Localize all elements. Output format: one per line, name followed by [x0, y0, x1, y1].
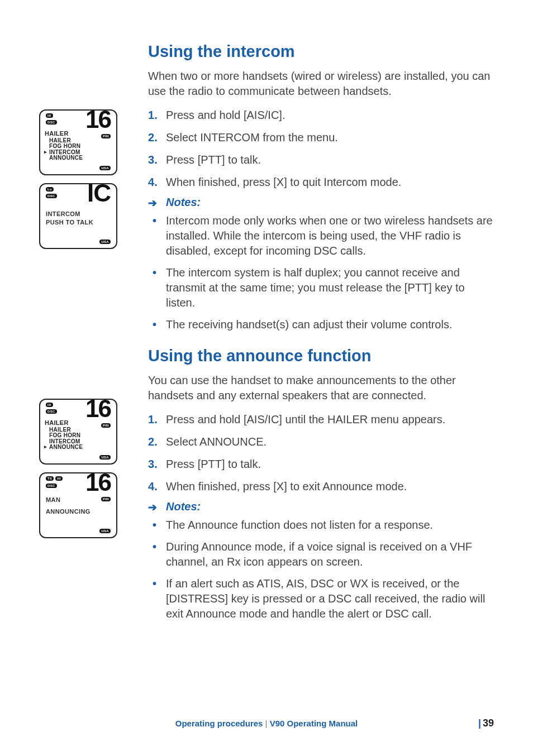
step-item: Select ANNOUNCE.: [148, 433, 494, 450]
lcd-status-text: MAN ANNOUNCING: [46, 496, 91, 516]
heading-using-intercom: Using the intercom: [148, 42, 494, 61]
arrow-right-icon: ➔: [148, 197, 157, 209]
intercom-notes: Intercom mode only works when one or two…: [148, 213, 494, 332]
channel-number: 16: [85, 399, 111, 421]
indicator-usa: USA: [99, 455, 111, 460]
intro-paragraph: When two or more handsets (wired or wire…: [148, 69, 494, 99]
mode-label: IC: [87, 183, 111, 205]
step-item: When finished, press [X] to exit Announc…: [148, 478, 494, 495]
step-item: Press [PTT] to talk.: [148, 151, 494, 168]
indicator-hi: HI: [46, 113, 53, 118]
indicator-lo: Lo: [46, 187, 54, 192]
lcd-screen-intercom-ptt: Lo DSC IC USA INTERCOM PUSH TO TALK: [39, 183, 117, 249]
intercom-steps: Press and hold [AIS/IC]. Select INTERCOM…: [148, 107, 494, 190]
lcd-screen-hailer-intercom: HI DSC 16 PRI USA HAILER HAILER FOG HORN…: [39, 109, 117, 175]
note-item: Intercom mode only works when one or two…: [148, 213, 494, 259]
step-item: Press [PTT] to talk.: [148, 456, 494, 472]
indicator-usa: USA: [99, 240, 111, 244]
footer-breadcrumb: Operating procedures | V90 Operating Man…: [153, 719, 380, 728]
note-item: The Announce function does not listen fo…: [148, 518, 494, 533]
heading-using-announce: Using the announce function: [148, 347, 494, 365]
indicator-dsc: DSC: [46, 194, 57, 198]
lcd-screen-announcing: TX HI DSC 16 PRI USA MAN ANNOUNCING: [39, 472, 117, 538]
announce-steps: Press and hold [AIS/IC] until the HAILER…: [148, 411, 494, 495]
indicator-hi: HI: [55, 476, 63, 481]
indicator-usa: USA: [99, 166, 111, 170]
lcd-menu: HAILER HAILER FOG HORN INTERCOM ANNOUNCE: [45, 131, 83, 161]
lcd-menu: HAILER HAILER FOG HORN INTERCOM ANNOUNCE: [45, 420, 83, 451]
note-item: The receiving handset(s) can adjust thei…: [148, 317, 494, 332]
indicator-hi: HI: [46, 403, 53, 407]
note-item: If an alert such as ATIS, AIS, DSC or WX…: [148, 576, 494, 621]
step-item: Press and hold [AIS/IC] until the HAILER…: [148, 411, 494, 428]
intro-paragraph: You can use the handset to make announce…: [148, 373, 494, 403]
indicator-tx: TX: [46, 476, 54, 481]
indicator-dsc: DSC: [46, 409, 57, 414]
indicator-dsc: DSC: [46, 484, 57, 488]
indicator-pri: PRI: [101, 497, 111, 501]
indicator-pri: PRI: [101, 423, 111, 428]
announce-notes: The Announce function does not listen fo…: [148, 518, 494, 621]
step-item: Press and hold [AIS/IC].: [148, 107, 494, 123]
indicator-pri: PRI: [101, 134, 111, 138]
lcd-screen-hailer-announce: HI DSC 16 PRI USA HAILER HAILER FOG HORN…: [39, 399, 117, 465]
note-item: The intercom system is half duplex; you …: [148, 265, 494, 310]
arrow-right-icon: ➔: [148, 501, 157, 514]
note-item: During Announce mode, if a voice signal …: [148, 539, 494, 570]
page-number: |39: [380, 717, 494, 729]
notes-heading: ➔ Notes:: [148, 500, 494, 513]
step-item: Select INTERCOM from the menu.: [148, 129, 494, 146]
indicator-usa: USA: [99, 529, 111, 533]
lcd-status-text: INTERCOM PUSH TO TALK: [46, 210, 93, 227]
indicator-dsc: DSC: [46, 120, 57, 125]
channel-number: 16: [85, 109, 111, 132]
page-footer: Operating procedures | V90 Operating Man…: [39, 717, 494, 729]
notes-heading: ➔ Notes:: [148, 196, 494, 209]
step-item: When finished, press [X] to quit Interco…: [148, 174, 494, 190]
channel-number: 16: [85, 472, 111, 495]
